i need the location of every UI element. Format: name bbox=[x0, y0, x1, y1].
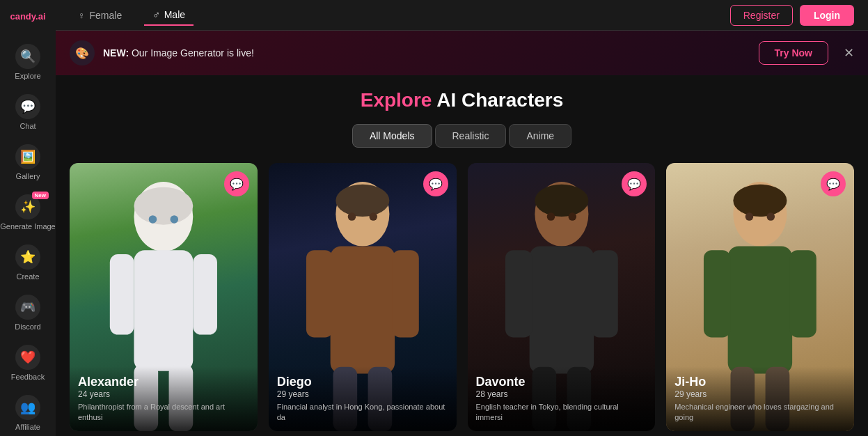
card-name-davonte: Davonte bbox=[476, 375, 647, 389]
banner-close-button[interactable]: ✕ bbox=[844, 45, 854, 61]
svg-rect-12 bbox=[392, 250, 419, 337]
svg-point-15 bbox=[336, 185, 389, 217]
character-grid: 💬 Alexander 24 years Philanthropist from… bbox=[70, 163, 854, 431]
svg-point-17 bbox=[369, 212, 377, 221]
sidebar-item-chat[interactable]: 💬 Chat bbox=[0, 87, 56, 137]
card-chat-button-alexander[interactable]: 💬 bbox=[224, 171, 249, 196]
character-card-ji-ho[interactable]: 💬 Ji-Ho 29 years Mechanical engineer who… bbox=[666, 163, 854, 431]
sidebar-item-affiliate[interactable]: 👥 Affiliate bbox=[0, 388, 56, 436]
card-name-diego: Diego bbox=[277, 375, 448, 389]
new-badge: New bbox=[32, 192, 49, 199]
svg-point-25 bbox=[546, 212, 555, 221]
register-button[interactable]: Register bbox=[730, 5, 793, 26]
sidebar-item-label-create: Create bbox=[16, 272, 39, 281]
card-desc-davonte: English teacher in Tokyo, blending cultu… bbox=[476, 402, 647, 423]
card-info-ji-ho: Ji-Ho 29 years Mechanical engineer who l… bbox=[666, 366, 854, 432]
banner-new-label: NEW: bbox=[103, 47, 129, 59]
svg-point-33 bbox=[734, 185, 787, 217]
male-label: Male bbox=[164, 9, 185, 20]
card-age-davonte: 28 years bbox=[476, 389, 647, 399]
affiliate-icon: 👥 bbox=[15, 395, 40, 420]
chat-icon: 💬 bbox=[15, 94, 40, 119]
character-card-davonte[interactable]: 💬 Davonte 28 years English teacher in To… bbox=[468, 163, 656, 431]
svg-rect-20 bbox=[505, 250, 532, 337]
svg-rect-3 bbox=[193, 254, 217, 335]
create-icon: ⭐ bbox=[15, 244, 40, 270]
banner-body: Our Image Generator is live! bbox=[132, 47, 254, 59]
card-chat-button-ji-ho[interactable]: 💬 bbox=[821, 171, 846, 196]
sidebar-item-label-gallery: Gallery bbox=[16, 172, 40, 180]
svg-rect-10 bbox=[330, 246, 394, 373]
sidebar-item-label-affiliate: Affiliate bbox=[15, 423, 40, 431]
character-card-diego[interactable]: 💬 Diego 29 years Financial analyst in Ho… bbox=[269, 163, 457, 431]
card-age-diego: 29 years bbox=[277, 389, 448, 399]
auth-buttons: Register Login bbox=[730, 5, 854, 26]
gallery-icon: 🖼️ bbox=[15, 144, 40, 169]
page-title: Explore AI Characters bbox=[70, 89, 854, 111]
filter-anime[interactable]: Anime bbox=[509, 124, 571, 148]
sidebar-item-label-chat: Chat bbox=[19, 122, 35, 130]
svg-point-7 bbox=[149, 215, 157, 224]
content-area: Explore AI Characters All Models Realist… bbox=[56, 75, 868, 436]
card-desc-diego: Financial analyst in Hong Kong, passiona… bbox=[277, 402, 448, 423]
title-rest: AI Characters bbox=[432, 89, 563, 111]
sidebar-item-label-discord: Discord bbox=[15, 322, 40, 331]
filter-all-models[interactable]: All Models bbox=[352, 124, 432, 148]
card-info-davonte: Davonte 28 years English teacher in Toky… bbox=[468, 366, 656, 432]
female-icon: ♀ bbox=[78, 10, 86, 21]
card-age-ji-ho: 29 years bbox=[674, 389, 846, 399]
svg-rect-11 bbox=[306, 250, 333, 337]
banner-icon: 🎨 bbox=[70, 40, 95, 65]
svg-rect-30 bbox=[790, 250, 817, 337]
svg-point-16 bbox=[347, 212, 356, 221]
card-desc-alexander: Philanthropist from a Royal descent and … bbox=[78, 402, 249, 423]
card-name-alexander: Alexander bbox=[78, 375, 249, 389]
svg-rect-2 bbox=[110, 254, 134, 335]
card-name-ji-ho: Ji-Ho bbox=[674, 375, 846, 389]
card-desc-ji-ho: Mechanical engineer who loves stargazing… bbox=[674, 402, 846, 423]
card-info-alexander: Alexander 24 years Philanthropist from a… bbox=[70, 366, 258, 432]
feedback-icon: ❤️ bbox=[15, 345, 40, 370]
discord-icon: 🎮 bbox=[15, 295, 40, 320]
logo-candy: candy bbox=[10, 11, 35, 22]
female-label: Female bbox=[90, 10, 123, 21]
try-now-button[interactable]: Try Now bbox=[759, 41, 828, 65]
card-age-alexander: 24 years bbox=[78, 389, 249, 399]
svg-rect-21 bbox=[591, 250, 618, 337]
sidebar-item-gallery[interactable]: 🖼️ Gallery bbox=[0, 137, 56, 187]
sidebar-item-label-generate: Generate Image bbox=[0, 222, 56, 231]
svg-point-35 bbox=[767, 212, 775, 221]
svg-point-6 bbox=[134, 187, 193, 225]
filter-tabs: All Models Realistic Anime bbox=[70, 124, 854, 148]
svg-point-24 bbox=[535, 185, 588, 217]
gender-tab-female[interactable]: ♀ Female bbox=[70, 6, 130, 25]
title-highlight: Explore bbox=[361, 89, 432, 111]
sidebar-item-create[interactable]: ⭐ Create bbox=[0, 238, 56, 288]
filter-realistic[interactable]: Realistic bbox=[435, 124, 507, 148]
male-icon: ♂ bbox=[152, 9, 160, 20]
sidebar-item-label-explore: Explore bbox=[15, 72, 40, 80]
top-navigation: ♀ Female ♂ Male Register Login bbox=[56, 0, 868, 31]
sidebar-bottom: 🎮 Discord ❤️ Feedback 👥 Affiliate Terms … bbox=[0, 288, 56, 436]
sidebar-item-feedback[interactable]: ❤️ Feedback bbox=[0, 338, 56, 388]
logo-tld: .ai bbox=[35, 11, 45, 22]
sidebar-item-explore[interactable]: 🔍 Explore bbox=[0, 37, 56, 87]
svg-rect-28 bbox=[728, 246, 792, 373]
login-button[interactable]: Login bbox=[800, 5, 854, 26]
svg-rect-29 bbox=[704, 250, 731, 337]
gender-tab-male[interactable]: ♂ Male bbox=[144, 5, 194, 26]
main-content: ♀ Female ♂ Male Register Login 🎨 NEW: Ou… bbox=[56, 0, 868, 436]
sidebar-item-label-feedback: Feedback bbox=[11, 373, 45, 381]
explore-icon: 🔍 bbox=[15, 44, 40, 69]
sidebar: candy.ai 🔍 Explore 💬 Chat 🖼️ Gallery New… bbox=[0, 0, 56, 436]
svg-rect-1 bbox=[134, 250, 193, 371]
banner-text: NEW: Our Image Generator is live! bbox=[103, 47, 254, 59]
card-chat-button-davonte[interactable]: 💬 bbox=[622, 171, 647, 196]
svg-rect-19 bbox=[529, 246, 593, 373]
sidebar-item-generate[interactable]: New ✨ Generate Image bbox=[0, 187, 56, 238]
card-chat-button-diego[interactable]: 💬 bbox=[423, 171, 448, 196]
sidebar-item-discord[interactable]: 🎮 Discord bbox=[0, 288, 56, 338]
svg-point-8 bbox=[171, 215, 179, 224]
character-card-alexander[interactable]: 💬 Alexander 24 years Philanthropist from… bbox=[70, 163, 258, 431]
announcement-banner: 🎨 NEW: Our Image Generator is live! Try … bbox=[56, 31, 868, 75]
